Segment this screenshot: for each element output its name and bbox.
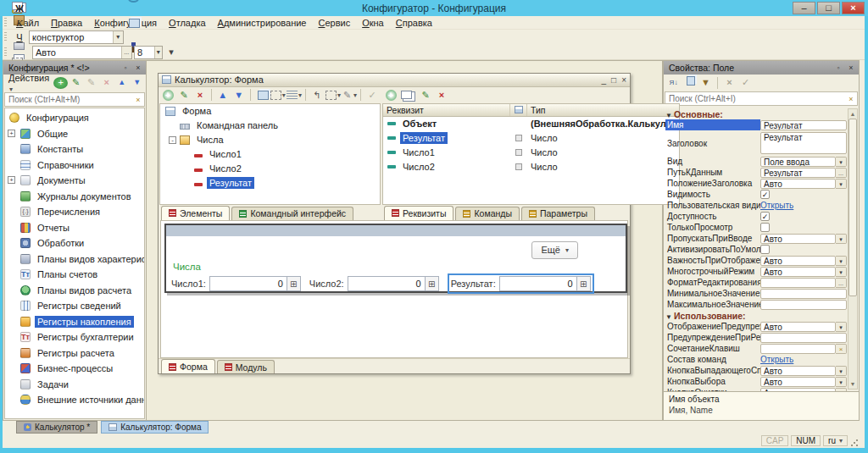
attribute-row-0[interactable]: Объект(ВнешняяОбработка.Калькуля... bbox=[383, 117, 679, 131]
tree-item-14[interactable]: ТтРегистры бухгалтерии bbox=[5, 329, 144, 345]
property-label[interactable]: ВажностьПриОтображении bbox=[665, 255, 760, 266]
attribute-checkbox[interactable] bbox=[515, 135, 522, 141]
preview-field-2[interactable]: Результат:0⊞ bbox=[448, 273, 594, 294]
more-button[interactable]: Ещё▾ bbox=[531, 241, 578, 259]
property-value-select[interactable]: Авто bbox=[760, 377, 836, 387]
font-size-dropdown-icon[interactable]: ▾ bbox=[154, 47, 162, 58]
actions-menu-button[interactable]: Действия ▾ bbox=[5, 73, 53, 93]
scroll-thumb[interactable] bbox=[849, 119, 857, 296]
preview-field-input[interactable]: 0 bbox=[209, 276, 287, 291]
resize-grip[interactable] bbox=[850, 439, 859, 447]
property-label[interactable]: Вид bbox=[665, 156, 760, 167]
tree-item-12[interactable]: Регистры сведений bbox=[5, 298, 144, 314]
move-up-button[interactable]: ▲ bbox=[215, 88, 231, 102]
element-item-0[interactable]: Форма bbox=[160, 104, 380, 119]
tree-item-6[interactable]: {.}Перечисления bbox=[5, 204, 144, 220]
validate-button[interactable]: ✓ bbox=[364, 88, 380, 102]
property-label[interactable]: МаксимальноеЗначение bbox=[665, 299, 760, 310]
properties-search-input[interactable] bbox=[665, 94, 845, 103]
element-item-1[interactable]: Командная панель bbox=[160, 119, 380, 133]
property-value-select[interactable]: Авто bbox=[760, 234, 836, 244]
go-next-button[interactable] bbox=[125, 0, 142, 6]
close-button[interactable]: × bbox=[842, 2, 865, 14]
scroll-down-icon[interactable]: ▼ bbox=[849, 379, 857, 389]
element-item-4[interactable]: Число2 bbox=[160, 162, 380, 176]
property-value-select[interactable]: Авто bbox=[760, 322, 836, 332]
properties-panel-header[interactable]: Свойства: Поле ◦ × bbox=[664, 61, 859, 75]
language-selector[interactable]: ru▾ bbox=[823, 435, 848, 446]
property-value-select[interactable]: Авто bbox=[760, 179, 836, 189]
property-label[interactable]: Видимость bbox=[665, 189, 760, 200]
tree-item-2[interactable]: Константы bbox=[5, 141, 144, 157]
close-panel-icon[interactable]: × bbox=[133, 64, 143, 72]
underline-button[interactable]: Ч bbox=[10, 30, 29, 45]
property-value-select[interactable]: Авто bbox=[760, 388, 836, 392]
minimize-button[interactable]: – bbox=[793, 2, 815, 14]
tree-item-0[interactable]: Конфигурация bbox=[5, 110, 144, 126]
check-fill-button[interactable]: ▾ bbox=[326, 88, 341, 102]
property-open-link[interactable]: Открыть bbox=[760, 355, 793, 364]
tree-item-5[interactable]: Журналы документов bbox=[5, 189, 144, 205]
dropdown-icon[interactable]: ▾ bbox=[836, 179, 847, 189]
column-name[interactable]: Реквизит bbox=[383, 104, 510, 116]
scroll-up-icon[interactable]: ▲ bbox=[849, 109, 857, 119]
property-label[interactable]: КнопкаОчистки bbox=[665, 387, 760, 391]
property-value-select[interactable]: Авто bbox=[760, 267, 836, 277]
preview-field-calc-icon[interactable]: ⊞ bbox=[287, 276, 301, 291]
property-value-input[interactable] bbox=[760, 278, 836, 288]
dropdown-icon[interactable]: ▾ bbox=[836, 267, 847, 277]
menu-grip[interactable] bbox=[4, 18, 7, 28]
element-item-5[interactable]: Результат bbox=[160, 176, 380, 191]
expand-icon[interactable]: + bbox=[8, 176, 15, 184]
property-section[interactable]: ▼Основные: bbox=[665, 109, 723, 119]
property-label[interactable]: КнопкаВыпадающегоСписка bbox=[665, 365, 760, 376]
menu-item-Правка[interactable]: Правка bbox=[45, 17, 88, 29]
expand-icon[interactable]: + bbox=[8, 130, 15, 137]
property-label[interactable]: АктивизироватьПоУмолчанию bbox=[665, 244, 760, 255]
preview-field-0[interactable]: Число1:0⊞ bbox=[171, 276, 301, 291]
property-checkbox[interactable] bbox=[760, 245, 770, 254]
toolbar1-grip[interactable] bbox=[4, 32, 7, 42]
categories-icon[interactable] bbox=[682, 76, 697, 90]
add-element-button[interactable]: + bbox=[160, 88, 175, 102]
property-label[interactable]: Доступность bbox=[665, 211, 760, 222]
menu-item-Отладка[interactable]: Отладка bbox=[163, 17, 212, 29]
style-combo-input[interactable] bbox=[33, 47, 120, 58]
tree-item-9[interactable]: Планы видов характеристик bbox=[5, 251, 144, 268]
search-dropdown-icon[interactable]: ▾ bbox=[113, 31, 123, 43]
menu-item-Сервис[interactable]: Сервис bbox=[312, 17, 356, 29]
move-up-button[interactable]: ▲ bbox=[114, 76, 129, 90]
edit-attribute-button[interactable]: ✎ bbox=[418, 88, 433, 102]
delete-element-button[interactable]: × bbox=[192, 88, 208, 102]
attribute-checkbox[interactable] bbox=[515, 163, 522, 170]
tab-elements-1[interactable]: Командный интерфейс bbox=[231, 207, 353, 220]
dropdown-icon[interactable]: ▾ bbox=[836, 256, 847, 266]
property-value-textarea[interactable]: Результат bbox=[760, 132, 847, 154]
tab-designer-1[interactable]: Модуль bbox=[217, 360, 275, 373]
copy-object-button[interactable]: ✎ bbox=[84, 76, 98, 90]
windows-list-button[interactable] bbox=[125, 16, 142, 30]
column-check[interactable] bbox=[510, 104, 527, 116]
tree-item-11[interactable]: Планы видов расчета bbox=[5, 283, 144, 299]
property-label[interactable]: ФорматРедактирования bbox=[665, 277, 760, 288]
properties-search-clear-icon[interactable]: × bbox=[845, 95, 857, 103]
dropdown-icon[interactable]: ▾ bbox=[836, 234, 847, 244]
tab-designer-0[interactable]: Форма bbox=[161, 359, 215, 373]
ellipsis-icon[interactable]: ... bbox=[836, 278, 847, 288]
clear-icon[interactable]: × bbox=[836, 344, 847, 354]
bold-button[interactable]: Ж bbox=[10, 2, 29, 16]
property-value-input[interactable] bbox=[760, 333, 847, 343]
properties-close-icon[interactable]: × bbox=[846, 64, 856, 72]
property-label[interactable]: Заголовок bbox=[665, 138, 760, 149]
designer-close-icon[interactable]: × bbox=[621, 75, 626, 85]
preview-field-input[interactable]: 0 bbox=[499, 276, 577, 291]
dialog-mode-button[interactable]: ▾ bbox=[270, 88, 286, 102]
pin-icon[interactable]: ◦ bbox=[120, 64, 131, 72]
property-value-input[interactable] bbox=[760, 300, 847, 310]
tree-item-10[interactable]: ТтПланы счетов bbox=[5, 267, 144, 283]
property-value-select[interactable]: Авто bbox=[760, 256, 836, 266]
ellipsis-icon[interactable]: ... bbox=[836, 168, 847, 178]
property-label[interactable]: Имя bbox=[665, 119, 760, 130]
property-value-input[interactable] bbox=[760, 344, 836, 354]
font-size-input[interactable] bbox=[135, 47, 154, 58]
